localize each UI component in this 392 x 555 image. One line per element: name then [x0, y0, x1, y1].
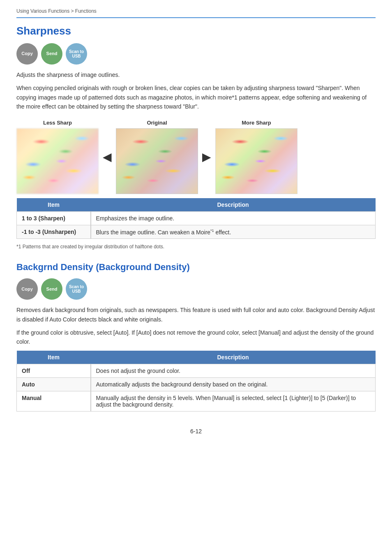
bgdensity-row3-item: Manual — [17, 391, 91, 411]
left-arrow-icon: ◀ — [103, 150, 112, 164]
more-sharp-label: More Sharp — [242, 120, 271, 126]
bgdensity-scan-badge: Scan toUSB — [66, 278, 87, 300]
sharpness-scan-badge: Scan toUSB — [66, 43, 87, 65]
table-row: 1 to 3 (Sharpen) Emphasizes the image ou… — [17, 211, 376, 225]
sharpness-row2-item: -1 to -3 (Unsharpen) — [17, 225, 91, 239]
right-arrow-icon: ▶ — [202, 150, 211, 164]
table-row: Off Does not adjust the ground color. — [17, 364, 376, 377]
page-number: 6-12 — [16, 428, 376, 435]
sharpness-body: When copying penciled originals with rou… — [16, 83, 376, 111]
bgdensity-row2-item: Auto — [17, 377, 91, 391]
sharpness-send-badge: Send — [41, 43, 62, 65]
more-sharp-image — [215, 128, 297, 194]
background-density-title: Backgrnd Density (Background Density) — [16, 262, 376, 273]
bgdensity-row2-desc: Automatically adjusts the background den… — [91, 377, 376, 391]
sharpness-badge-row: Copy Send Scan toUSB — [16, 43, 376, 65]
table-row: -1 to -3 (Unsharpen) Blurs the image out… — [17, 225, 376, 239]
sharpness-row1-desc: Emphasizes the image outline. — [91, 211, 376, 225]
breadcrumb: Using Various Functions > Functions — [16, 8, 376, 14]
less-sharp-image — [16, 128, 99, 194]
table-row: Auto Automatically adjusts the backgroun… — [17, 377, 376, 391]
less-sharp-block: Less Sharp — [16, 120, 99, 194]
bgdensity-row3-desc: Manually adjust the density in 5 levels.… — [91, 391, 376, 411]
sharpness-table: Item Description 1 to 3 (Sharpen) Emphas… — [16, 198, 376, 239]
more-sharp-block: More Sharp — [215, 120, 297, 194]
bgdensity-table-desc-header: Description — [91, 351, 376, 364]
less-sharp-label: Less Sharp — [43, 120, 72, 126]
sharpness-table-item-header: Item — [17, 198, 91, 212]
bgdensity-table-item-header: Item — [17, 351, 91, 364]
bgdensity-copy-badge: Copy — [16, 278, 38, 300]
sharpness-intro: Adjusts the sharpness of image outlines. — [16, 70, 376, 79]
bgdensity-row1-desc: Does not adjust the ground color. — [91, 364, 376, 377]
sharpness-row1-item: 1 to 3 (Sharpen) — [17, 211, 91, 225]
table-row: Manual Manually adjust the density in 5 … — [17, 391, 376, 411]
bgdensity-send-badge: Send — [41, 278, 62, 300]
sharpness-comparison: Less Sharp ◀ Original ▶ More Sharp — [16, 120, 376, 194]
sharpness-row2-desc: Blurs the image outline. Can weaken a Mo… — [91, 225, 376, 239]
bgdensity-body1: Removes dark background from originals, … — [16, 305, 376, 324]
sharpness-table-desc-header: Description — [91, 198, 376, 212]
sharpness-copy-badge: Copy — [16, 43, 38, 65]
original-image — [116, 128, 198, 194]
original-block: Original — [116, 120, 198, 194]
sharpness-footnote: *1 Patterns that are created by irregula… — [16, 244, 376, 250]
bgdensity-row1-item: Off — [17, 364, 91, 377]
bgdensity-body2: If the ground color is obtrusive, select… — [16, 328, 376, 347]
sharpness-title: Sharpness — [16, 25, 376, 37]
bgdensity-table: Item Description Off Does not adjust the… — [16, 351, 376, 412]
bgdensity-badge-row: Copy Send Scan toUSB — [16, 278, 376, 300]
original-label: Original — [147, 120, 167, 126]
